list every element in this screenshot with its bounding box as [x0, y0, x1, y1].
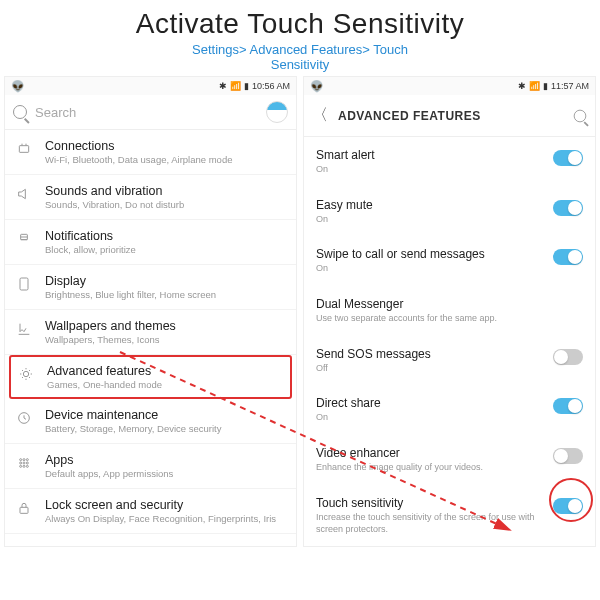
item-subtitle: Always On Display, Face Recognition, Fin… — [45, 513, 286, 524]
feature-item[interactable]: Easy mute On — [304, 187, 595, 237]
feature-title: Direct share — [316, 396, 543, 410]
toggle-switch[interactable] — [553, 398, 583, 414]
feature-item[interactable]: Send SOS messages Off — [304, 336, 595, 386]
bluetooth-icon: ✱ — [518, 81, 526, 91]
item-title: Apps — [45, 453, 286, 467]
connections-icon — [15, 140, 33, 158]
search-bar[interactable]: Search — [5, 95, 296, 130]
toggle-switch[interactable] — [553, 249, 583, 265]
feature-item[interactable]: Smart alert On — [304, 137, 595, 187]
settings-item-advanced[interactable]: Advanced features Games, One-handed mode — [9, 355, 292, 399]
settings-item-notifications[interactable]: Notifications Block, allow, prioritize — [5, 220, 296, 265]
svg-rect-0 — [19, 146, 28, 153]
settings-item-connections[interactable]: Connections Wi-Fi, Bluetooth, Data usage… — [5, 130, 296, 175]
maintenance-icon — [15, 409, 33, 427]
wallpaper-icon — [15, 320, 33, 338]
svg-point-3 — [23, 371, 28, 376]
display-icon — [15, 275, 33, 293]
lock-icon — [15, 499, 33, 517]
svg-point-13 — [26, 465, 28, 467]
tutorial-title: Activate Touch Sensitivity — [0, 8, 600, 40]
apps-icon — [15, 454, 33, 472]
item-subtitle: Default apps, App permissions — [45, 468, 286, 479]
svg-point-10 — [26, 462, 28, 464]
svg-point-11 — [20, 465, 22, 467]
svg-point-12 — [23, 465, 25, 467]
sound-icon — [15, 185, 33, 203]
item-subtitle: Wi-Fi, Bluetooth, Data usage, Airplane m… — [45, 154, 286, 165]
item-title: Connections — [45, 139, 286, 153]
bluetooth-icon: ✱ — [219, 81, 227, 91]
avatar[interactable] — [266, 101, 288, 123]
feature-subtitle: Enhance the image quality of your videos… — [316, 462, 543, 474]
item-subtitle: Sounds, Vibration, Do not disturb — [45, 199, 286, 210]
feature-title: Send SOS messages — [316, 347, 543, 361]
feature-subtitle: Use two separate accounts for the same a… — [316, 313, 583, 325]
reddit-icon: 👽 — [310, 80, 324, 93]
item-title: Sounds and vibration — [45, 184, 286, 198]
screen-title: ADVANCED FEATURES — [338, 109, 563, 123]
search-icon[interactable] — [574, 109, 587, 122]
item-subtitle: Block, allow, prioritize — [45, 244, 286, 255]
item-subtitle: Battery, Storage, Memory, Device securit… — [45, 423, 286, 434]
settings-list: Connections Wi-Fi, Bluetooth, Data usage… — [5, 130, 296, 534]
signal-icon: ▮ — [244, 81, 249, 91]
wifi-icon: 📶 — [230, 81, 241, 91]
item-title: Advanced features — [47, 364, 284, 378]
toggle-switch[interactable] — [553, 200, 583, 216]
feature-title: Smart alert — [316, 148, 543, 162]
feature-item[interactable]: Direct share On — [304, 385, 595, 435]
feature-item[interactable]: Video enhancer Enhance the image quality… — [304, 435, 595, 485]
notifications-icon — [15, 230, 33, 248]
settings-item-lock[interactable]: Lock screen and security Always On Displ… — [5, 489, 296, 534]
feature-subtitle: On — [316, 263, 543, 275]
item-subtitle: Games, One-handed mode — [47, 379, 284, 390]
settings-item-maintenance[interactable]: Device maintenance Battery, Storage, Mem… — [5, 399, 296, 444]
svg-point-6 — [23, 459, 25, 461]
feature-subtitle: Increase the touch sensitivity of the sc… — [316, 512, 543, 535]
feature-subtitle: On — [316, 164, 543, 176]
status-bar: 👽 ✱ 📶 ▮ 11:57 AM — [304, 77, 595, 95]
toggle-switch[interactable] — [553, 498, 583, 514]
settings-item-apps[interactable]: Apps Default apps, App permissions — [5, 444, 296, 489]
reddit-icon: 👽 — [11, 80, 25, 93]
item-subtitle: Wallpapers, Themes, Icons — [45, 334, 286, 345]
advanced-features-screen: 👽 ✱ 📶 ▮ 11:57 AM 〈 ADVANCED FEATURES Sma… — [303, 76, 596, 547]
status-time: 10:56 AM — [252, 81, 290, 91]
features-list: Smart alert On Easy mute On Swipe to cal… — [304, 137, 595, 546]
status-time: 11:57 AM — [551, 81, 589, 91]
feature-title: Easy mute — [316, 198, 543, 212]
svg-point-9 — [23, 462, 25, 464]
item-title: Wallpapers and themes — [45, 319, 286, 333]
search-icon — [13, 105, 27, 119]
feature-item[interactable]: Touch sensitivity Increase the touch sen… — [304, 485, 595, 546]
svg-rect-2 — [20, 278, 28, 290]
item-subtitle: Brightness, Blue light filter, Home scre… — [45, 289, 286, 300]
screen-header: 〈 ADVANCED FEATURES — [304, 95, 595, 137]
settings-item-display[interactable]: Display Brightness, Blue light filter, H… — [5, 265, 296, 310]
search-placeholder: Search — [35, 105, 258, 120]
feature-title: Dual Messenger — [316, 297, 583, 311]
settings-item-wallpaper[interactable]: Wallpapers and themes Wallpapers, Themes… — [5, 310, 296, 355]
feature-title: Touch sensitivity — [316, 496, 543, 510]
item-title: Device maintenance — [45, 408, 286, 422]
tutorial-header: Activate Touch Sensitivity Settings> Adv… — [0, 0, 600, 76]
feature-title: Swipe to call or send messages — [316, 247, 543, 261]
breadcrumb: Settings> Advanced Features> Touch Sensi… — [0, 42, 600, 72]
feature-item[interactable]: Swipe to call or send messages On — [304, 236, 595, 286]
signal-icon: ▮ — [543, 81, 548, 91]
svg-point-5 — [20, 459, 22, 461]
back-icon[interactable]: 〈 — [312, 105, 328, 126]
status-bar: 👽 ✱ 📶 ▮ 10:56 AM — [5, 77, 296, 95]
feature-subtitle: Off — [316, 363, 543, 375]
toggle-switch[interactable] — [553, 349, 583, 365]
feature-item[interactable]: Dual Messenger Use two separate accounts… — [304, 286, 595, 336]
settings-item-sound[interactable]: Sounds and vibration Sounds, Vibration, … — [5, 175, 296, 220]
toggle-switch[interactable] — [553, 150, 583, 166]
settings-screen: 👽 ✱ 📶 ▮ 10:56 AM Search Connections Wi-F… — [4, 76, 297, 547]
toggle-switch[interactable] — [553, 448, 583, 464]
svg-point-7 — [26, 459, 28, 461]
feature-title: Video enhancer — [316, 446, 543, 460]
feature-subtitle: On — [316, 412, 543, 424]
wifi-icon: 📶 — [529, 81, 540, 91]
